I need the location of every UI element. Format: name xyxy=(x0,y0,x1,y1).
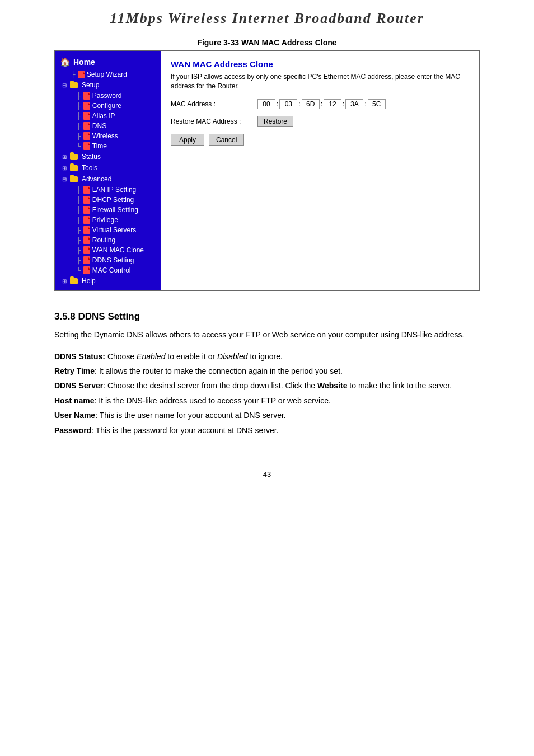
param-retry-time: Retry Time: It allows the router to make… xyxy=(54,365,480,377)
tree-branch-icon: ├ xyxy=(77,257,81,264)
sidebar-label: Routing xyxy=(92,236,115,244)
section-intro: Setting the Dynamic DNS allows others to… xyxy=(54,328,480,341)
sidebar-label: Wireless xyxy=(92,132,118,140)
mac-label: MAC Address : xyxy=(171,100,257,108)
sidebar-item-dns[interactable]: ├ DNS xyxy=(55,121,161,131)
sidebar-item-wan-mac[interactable]: ├ WAN MAC Clone xyxy=(55,245,161,255)
doc-icon xyxy=(83,206,90,214)
sidebar-label: Help xyxy=(82,277,96,285)
tree-branch-icon: └ xyxy=(77,143,81,149)
tree-branch-icon: ├ xyxy=(77,123,81,129)
mac-sep-2: : xyxy=(298,100,300,108)
sidebar-label: Status xyxy=(82,153,101,161)
sidebar-item-wireless[interactable]: ├ Wireless xyxy=(55,131,161,141)
restore-mac-row: Restore MAC Address : Restore xyxy=(171,116,469,127)
sidebar-item-status[interactable]: ⊞ Status xyxy=(55,151,161,162)
doc-icon xyxy=(83,102,90,110)
sidebar-label: Time xyxy=(92,142,107,150)
sidebar-item-setup[interactable]: ⊟ Setup xyxy=(55,79,161,91)
restore-button[interactable]: Restore xyxy=(257,116,293,127)
text-section: 3.5.8 DDNS Setting Setting the Dynamic D… xyxy=(54,309,480,436)
sidebar-label: Tools xyxy=(82,164,97,172)
param-password: Password: This is the password for your … xyxy=(54,424,480,436)
sidebar: 🏠 Home ├ Setup Wizard ⊟ Setup ├ Password xyxy=(55,51,161,290)
tree-branch-icon: ├ xyxy=(71,71,76,78)
expand-icon: ⊟ xyxy=(62,82,67,88)
sidebar-item-password[interactable]: ├ Password xyxy=(55,91,161,101)
mac-octet-2[interactable] xyxy=(279,99,297,109)
restore-mac-label: Restore MAC Address : xyxy=(171,118,257,125)
expand-icon: ⊞ xyxy=(62,278,67,284)
sidebar-label: DHCP Setting xyxy=(92,196,134,204)
sidebar-item-help[interactable]: ⊞ Help xyxy=(55,275,161,287)
mac-sep-1: : xyxy=(277,100,278,108)
sidebar-item-lan-ip[interactable]: ├ LAN IP Setting xyxy=(55,185,161,195)
doc-icon xyxy=(83,236,90,244)
mac-sep-3: : xyxy=(321,100,322,108)
sidebar-label: MAC Control xyxy=(92,266,131,274)
sidebar-item-time[interactable]: └ Time xyxy=(55,141,161,151)
tree-branch-icon: ├ xyxy=(77,227,81,233)
doc-icon xyxy=(83,256,90,264)
sidebar-item-tools[interactable]: ⊞ Tools xyxy=(55,162,161,173)
param-ddns-server: DDNS Server: Choose the desired server f… xyxy=(54,379,480,392)
sidebar-item-virtual-servers[interactable]: ├ Virtual Servers xyxy=(55,225,161,235)
figure-section: Figure 3-33 WAN MAC Address Clone 🏠 Home… xyxy=(54,38,480,291)
sidebar-item-setup-wizard[interactable]: ├ Setup Wizard xyxy=(55,69,161,79)
sidebar-label: Configure xyxy=(92,102,121,110)
sidebar-item-alias-ip[interactable]: ├ Alias IP xyxy=(55,111,161,121)
param-ddns-status: DDNS Status: Choose Enabled to enable it… xyxy=(54,350,480,363)
page-number: 43 xyxy=(0,470,534,478)
sidebar-item-firewall[interactable]: ├ Firewall Setting xyxy=(55,205,161,215)
main-content: WAN MAC Address Clone If your ISP allows… xyxy=(161,51,479,290)
mac-address-row: MAC Address : : : : : : xyxy=(171,99,469,109)
doc-icon xyxy=(83,186,90,194)
doc-icon xyxy=(83,122,90,130)
tree-branch-icon: ├ xyxy=(77,196,81,203)
home-icon: 🏠 xyxy=(60,57,71,67)
sidebar-label: DNS xyxy=(92,122,106,130)
tree-branch-icon: ├ xyxy=(77,133,81,139)
mac-octet-1[interactable] xyxy=(257,99,275,109)
folder-icon xyxy=(70,176,78,182)
sidebar-label: LAN IP Setting xyxy=(92,186,137,194)
doc-icon xyxy=(83,246,90,254)
param-user-name: User Name: This is the user name for you… xyxy=(54,409,480,421)
doc-icon xyxy=(83,226,90,234)
sidebar-label: Privilege xyxy=(92,216,118,224)
content-title: WAN MAC Address Clone xyxy=(171,59,469,69)
mac-octet-3[interactable] xyxy=(302,99,320,109)
sidebar-label: Virtual Servers xyxy=(92,226,136,234)
mac-octet-5[interactable] xyxy=(345,99,363,109)
apply-button[interactable]: Apply xyxy=(171,134,204,146)
sidebar-item-advanced[interactable]: ⊟ Advanced xyxy=(55,173,161,185)
mac-octet-6[interactable] xyxy=(368,99,386,109)
sidebar-home[interactable]: 🏠 Home xyxy=(55,55,161,69)
sidebar-item-dhcp[interactable]: ├ DHCP Setting xyxy=(55,195,161,205)
sidebar-item-mac-control[interactable]: └ MAC Control xyxy=(55,265,161,275)
tree-branch-icon: └ xyxy=(77,267,81,274)
home-label: Home xyxy=(73,58,95,67)
tree-branch-icon: ├ xyxy=(77,247,81,253)
mac-sep-5: : xyxy=(364,100,366,108)
sidebar-item-configure[interactable]: ├ Configure xyxy=(55,101,161,111)
param-host-name: Host name: It is the DNS-like address us… xyxy=(54,395,480,407)
tree-branch-icon: ├ xyxy=(77,206,81,213)
doc-icon xyxy=(83,132,90,140)
expand-icon: ⊞ xyxy=(62,165,67,171)
expand-icon: ⊞ xyxy=(62,154,67,160)
sidebar-item-ddns[interactable]: ├ DDNS Setting xyxy=(55,255,161,265)
mac-octet-4[interactable] xyxy=(324,99,341,109)
doc-icon xyxy=(83,92,90,100)
section-heading: 3.5.8 DDNS Setting xyxy=(54,309,480,324)
mac-inputs: : : : : : xyxy=(257,99,386,109)
mac-sep-4: : xyxy=(343,100,344,108)
sidebar-label: Alias IP xyxy=(92,112,115,120)
tree-branch-icon: ├ xyxy=(77,217,81,223)
cancel-button[interactable]: Cancel xyxy=(209,134,244,146)
doc-icon xyxy=(78,71,85,78)
sidebar-item-privilege[interactable]: ├ Privilege xyxy=(55,215,161,225)
tree-branch-icon: ├ xyxy=(77,186,81,193)
sidebar-label: Firewall Setting xyxy=(92,206,138,214)
sidebar-item-routing[interactable]: ├ Routing xyxy=(55,235,161,245)
